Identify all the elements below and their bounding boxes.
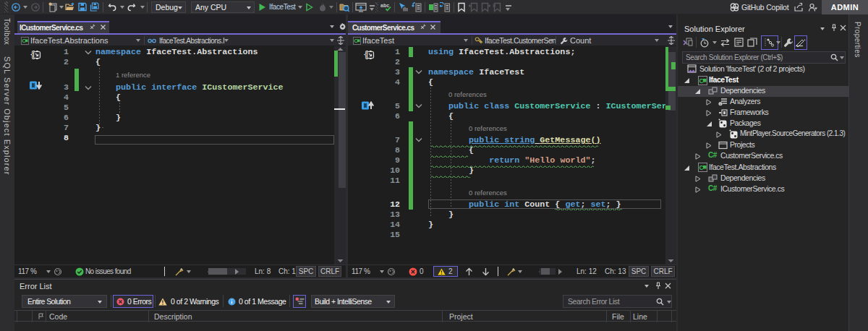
svg-text:C: C bbox=[699, 77, 704, 85]
svg-text:C: C bbox=[699, 164, 704, 171]
svg-text:abc: abc bbox=[380, 3, 389, 8]
